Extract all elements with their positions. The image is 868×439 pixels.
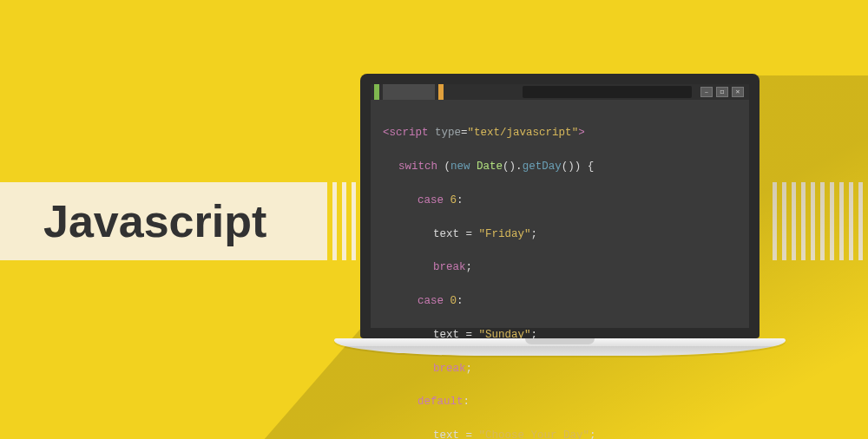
code-block: <script type="text/javascript"> switch (… [371, 100, 749, 439]
code-line: case 6: [383, 193, 737, 209]
title-banner: Javascript [0, 182, 326, 260]
code-line: break; [383, 361, 737, 377]
code-line: text = "Choose Your Day"; [383, 428, 737, 439]
code-line: switch (new Date().getDay()) { [383, 159, 737, 175]
code-line: default: [383, 394, 737, 410]
editor-tab [383, 84, 435, 100]
tab-accent-green [374, 84, 379, 100]
minimize-icon: – [700, 87, 713, 97]
tab-accent-orange [438, 84, 444, 100]
code-line: break; [383, 259, 737, 276]
code-editor-screen: – ◻ ✕ <script type="text/javascript"> sw… [371, 84, 749, 328]
laptop-illustration: – ◻ ✕ <script type="text/javascript"> sw… [360, 74, 760, 369]
decorative-stripes-right [773, 182, 868, 260]
code-line: <script type="text/javascript"> [383, 125, 737, 141]
screen-bezel: – ◻ ✕ <script type="text/javascript"> sw… [360, 74, 760, 338]
maximize-icon: ◻ [716, 87, 728, 97]
address-bar [523, 86, 692, 98]
code-line: text = "Friday"; [383, 226, 737, 243]
page-title: Javascript [43, 195, 266, 247]
close-icon: ✕ [732, 87, 744, 97]
window-controls: – ◻ ✕ [700, 87, 744, 97]
code-line: case 0: [383, 293, 737, 310]
editor-titlebar: – ◻ ✕ [371, 84, 749, 100]
